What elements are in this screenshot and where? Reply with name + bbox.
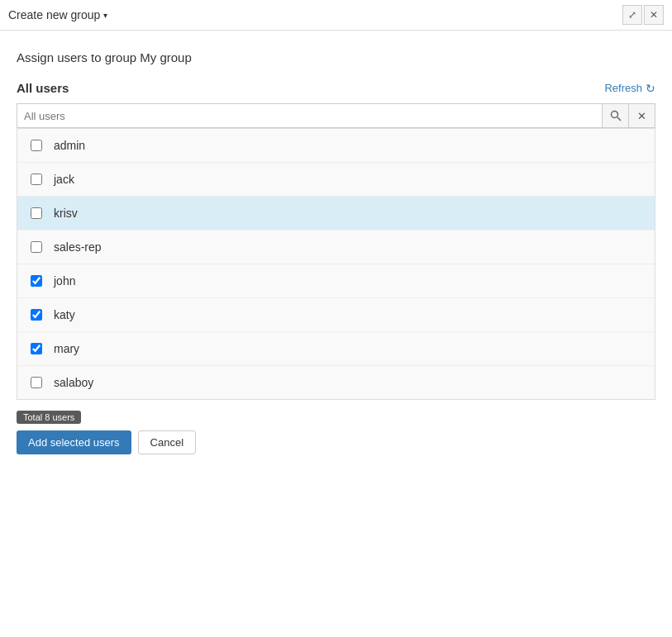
user-name: admin <box>54 139 85 152</box>
user-row[interactable]: jack <box>17 163 655 197</box>
titlebar: Create new group ▾ ⤢ ✕ <box>0 0 672 31</box>
user-name: salaboy <box>54 376 93 389</box>
total-badge: Total 8 users <box>17 411 81 424</box>
user-name: krisv <box>54 207 78 220</box>
search-row: ✕ <box>17 103 655 128</box>
search-input[interactable] <box>17 103 603 128</box>
section-header: All users Refresh ↻ <box>17 81 655 95</box>
user-checkbox[interactable] <box>31 377 42 388</box>
titlebar-left: Create new group ▾ <box>8 8 107 21</box>
user-list: adminjackkrisvsales-repjohnkatymarysalab… <box>17 128 655 400</box>
refresh-link[interactable]: Refresh ↻ <box>604 82 655 95</box>
user-checkbox[interactable] <box>31 174 42 185</box>
user-checkbox[interactable] <box>31 343 42 354</box>
user-name: mary <box>54 342 79 355</box>
cancel-button[interactable]: Cancel <box>138 430 196 454</box>
user-name: sales-rep <box>54 240 102 254</box>
user-name: katy <box>54 308 75 321</box>
page-subtitle: Assign users to group My group <box>17 50 655 64</box>
footer-buttons: Add selected users Cancel <box>17 430 655 454</box>
user-checkbox[interactable] <box>31 207 42 219</box>
svg-point-0 <box>611 112 617 118</box>
user-row[interactable]: sales-rep <box>17 231 655 264</box>
user-row[interactable]: katy <box>17 298 655 332</box>
refresh-icon: ↻ <box>646 82 655 95</box>
titlebar-title: Create new group <box>8 8 100 21</box>
footer: Total 8 users Add selected users Cancel <box>17 400 655 454</box>
expand-button[interactable]: ⤢ <box>622 5 642 25</box>
search-icon <box>610 110 622 121</box>
user-checkbox[interactable] <box>31 275 42 287</box>
clear-button[interactable]: ✕ <box>629 103 655 128</box>
user-row[interactable]: john <box>17 264 655 298</box>
user-row[interactable]: mary <box>17 332 655 366</box>
close-button[interactable]: ✕ <box>644 5 664 25</box>
titlebar-controls: ⤢ ✕ <box>622 5 664 25</box>
svg-line-1 <box>617 117 620 121</box>
chevron-down-icon: ▾ <box>103 11 107 20</box>
user-checkbox[interactable] <box>31 241 42 253</box>
refresh-label: Refresh <box>604 82 642 94</box>
search-button[interactable] <box>603 103 629 128</box>
user-row[interactable]: salaboy <box>17 366 655 399</box>
user-checkbox[interactable] <box>31 140 42 151</box>
user-checkbox[interactable] <box>31 309 42 321</box>
user-name: jack <box>54 173 74 186</box>
section-title: All users <box>17 81 69 95</box>
main-content: Assign users to group My group All users… <box>0 31 672 471</box>
user-row[interactable]: admin <box>17 129 655 163</box>
add-selected-users-button[interactable]: Add selected users <box>17 430 131 454</box>
user-row[interactable]: krisv <box>17 197 655 231</box>
user-name: john <box>54 274 75 288</box>
